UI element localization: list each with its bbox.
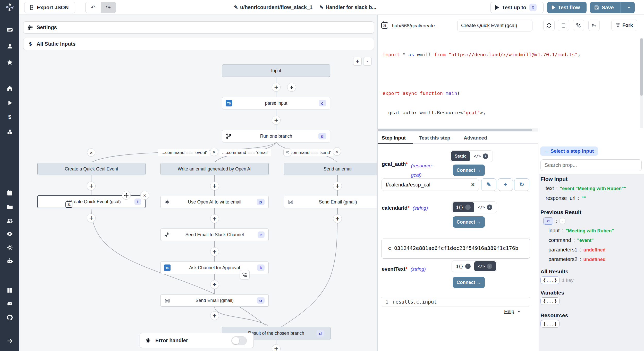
info-icon[interactable]: i <box>465 205 471 210</box>
shuffle-branch-icon[interactable] <box>283 148 291 156</box>
add-step-button[interactable]: + <box>87 214 96 222</box>
edit-resource-button[interactable]: ✎ <box>481 178 496 191</box>
step-summary-input[interactable] <box>457 20 532 31</box>
stop-square-icon-button[interactable] <box>558 20 569 31</box>
event-text-connect-button[interactable]: Connect → <box>453 277 485 288</box>
favorites-star-icon[interactable] <box>6 59 13 66</box>
code-editor[interactable]: import * as wmill from "https://deno.lan… <box>378 38 639 128</box>
branch-header-openai[interactable]: Write an email generated by Open AI <box>160 163 269 175</box>
prop-row[interactable]: input: "Meeting with Ruben" <box>548 228 614 234</box>
flow-summary-breadcrumb[interactable]: ✎ Handler for slack b... <box>319 0 376 15</box>
suspend-approval-icon[interactable] <box>240 270 250 279</box>
settings-gear-icon[interactable] <box>6 244 13 251</box>
restart-icon-button[interactable] <box>543 20 555 31</box>
info-icon[interactable]: i <box>465 264 471 269</box>
branch-header-send-email[interactable]: Send an email <box>284 163 377 175</box>
flow-settings-bar[interactable]: Settings <box>23 21 374 34</box>
test-flow-button[interactable]: Test flow <box>547 2 587 13</box>
branch-condition-email[interactable]: ....command === 'email' <box>219 149 271 156</box>
expand-object-pill[interactable]: {...} <box>540 320 560 328</box>
prop-row[interactable]: parameters1: undefined <box>548 247 606 253</box>
code-vscrollbar[interactable] <box>640 38 643 128</box>
resources-cubes-icon[interactable] <box>6 129 13 135</box>
calendar-id-mode-toggle[interactable]: ${} i </> i <box>452 201 497 213</box>
add-step-button[interactable]: + <box>210 182 219 190</box>
code-mode-segment[interactable]: </> i <box>474 202 496 212</box>
add-step-button[interactable]: + <box>210 311 219 320</box>
flow-node-parse-input[interactable]: TS parse input c <box>222 97 330 109</box>
user-icon[interactable] <box>6 43 13 50</box>
clear-resource-icon[interactable]: × <box>471 181 474 188</box>
discord-icon[interactable] <box>6 301 13 307</box>
error-handler-toggle[interactable] <box>231 336 247 345</box>
branch-condition-event[interactable]: ....command === 'event' <box>158 149 210 156</box>
refresh-resource-button[interactable]: ↻ <box>514 178 529 191</box>
workspace-icon[interactable] <box>6 27 13 33</box>
runs-play-icon[interactable] <box>6 100 13 106</box>
info-icon[interactable]: i <box>487 264 492 269</box>
resource-picker-input[interactable]: f/calendar/escp_cal × <box>382 178 479 191</box>
flow-node-send-email-gmail[interactable]: Send Email (gmail) o <box>160 294 269 307</box>
help-link[interactable]: Help <box>504 309 521 314</box>
tab-step-input[interactable]: Step Input <box>382 132 406 144</box>
collapse-toggle[interactable]: - <box>560 218 565 224</box>
flow-canvas[interactable]: Settings $ All Static Inputs + - Input +… <box>19 15 377 351</box>
prop-row[interactable]: text: "event "Meeting with Ruben"" <box>546 185 626 191</box>
windmill-logo[interactable] <box>5 3 14 12</box>
delete-step-button[interactable]: × <box>140 191 149 200</box>
gcal-auth-connect-button[interactable]: Connect → <box>453 165 485 176</box>
add-step-button[interactable]: + <box>210 214 219 223</box>
prop-row[interactable]: parameters2: undefined <box>548 256 606 262</box>
zoom-out-button[interactable]: - <box>363 57 372 66</box>
static-mode-segment[interactable]: ${} i <box>453 202 474 212</box>
static-mode-segment[interactable]: Static <box>451 151 470 161</box>
code-mode-segment[interactable]: </> i <box>470 151 492 161</box>
expand-sidebar-icon[interactable] <box>6 338 13 345</box>
home-icon[interactable] <box>6 85 13 92</box>
info-icon[interactable]: i <box>487 205 492 210</box>
suspend-icon-button[interactable] <box>573 20 584 31</box>
flow-node-input[interactable]: Input <box>222 64 330 77</box>
add-step-button[interactable]: + <box>333 182 342 190</box>
add-step-button[interactable]: + <box>272 344 281 351</box>
delete-branch-button[interactable]: × <box>210 148 218 156</box>
undo-button[interactable]: ↶ <box>86 2 101 13</box>
expand-object-pill[interactable]: {...} <box>540 297 560 305</box>
docs-book-icon[interactable] <box>6 287 13 294</box>
redo-button[interactable]: ↷ <box>101 2 116 13</box>
flow-node-ask-channel-approval[interactable]: TS Ask Channel for Approval k <box>160 262 269 274</box>
flow-path-breadcrumb[interactable]: ✎ u/henricourdent/flow_slack_1 <box>234 0 312 15</box>
calendar-id-connect-button[interactable]: Connect → <box>453 216 485 228</box>
groups-icon[interactable] <box>6 217 13 224</box>
branch-header-gcal[interactable]: Create a Quick Gcal Event <box>37 163 146 175</box>
add-step-button[interactable]: + <box>210 247 219 256</box>
trigger-button[interactable] <box>287 83 296 92</box>
info-icon[interactable]: i <box>483 153 488 159</box>
delete-branch-button[interactable]: × <box>87 148 95 157</box>
test-up-to-button[interactable]: Test up to t <box>490 2 544 13</box>
variables-dollar-icon[interactable]: $ <box>6 114 13 120</box>
add-step-button[interactable]: + <box>272 83 281 92</box>
code-mode-segment[interactable]: </> i <box>474 261 496 271</box>
sleep-icon-button[interactable] <box>588 20 600 31</box>
expand-object-pill[interactable]: {...} <box>540 276 560 284</box>
flow-node-openai-write-email[interactable]: Use Open AI to write email p <box>160 196 269 208</box>
event-text-mode-toggle[interactable]: ${} i </> i <box>452 260 497 272</box>
export-json-button[interactable]: Export JSON <box>24 2 75 13</box>
panel-divider[interactable] <box>377 15 378 351</box>
hub-script-path[interactable]: hub/568/gcal/create... <box>392 20 439 31</box>
flow-node-run-one-branch[interactable]: Run one branch d <box>222 130 330 142</box>
github-icon[interactable] <box>6 314 13 321</box>
tab-advanced[interactable]: Advanced <box>464 132 487 144</box>
delete-branch-button[interactable]: × <box>333 147 341 156</box>
flow-node-send-email-gmail-right[interactable]: Send Email (gmail) <box>284 196 377 208</box>
move-step-button[interactable] <box>122 191 131 200</box>
calendar-id-input[interactable]: c_0312442e881ae6fcf1dec23f54916a389f1c17… <box>382 239 530 259</box>
workers-robot-icon[interactable] <box>6 258 13 265</box>
event-text-expr-editor[interactable]: 1 results.c.input <box>381 297 530 306</box>
code-hscrollbar[interactable] <box>378 128 538 132</box>
add-step-button[interactable]: + <box>272 116 281 125</box>
save-dropdown-button[interactable] <box>623 2 635 13</box>
flow-node-send-email-slack[interactable]: Send Email to Slack Channel r <box>160 228 269 241</box>
gcal-auth-mode-toggle[interactable]: Static </> i <box>450 150 493 162</box>
